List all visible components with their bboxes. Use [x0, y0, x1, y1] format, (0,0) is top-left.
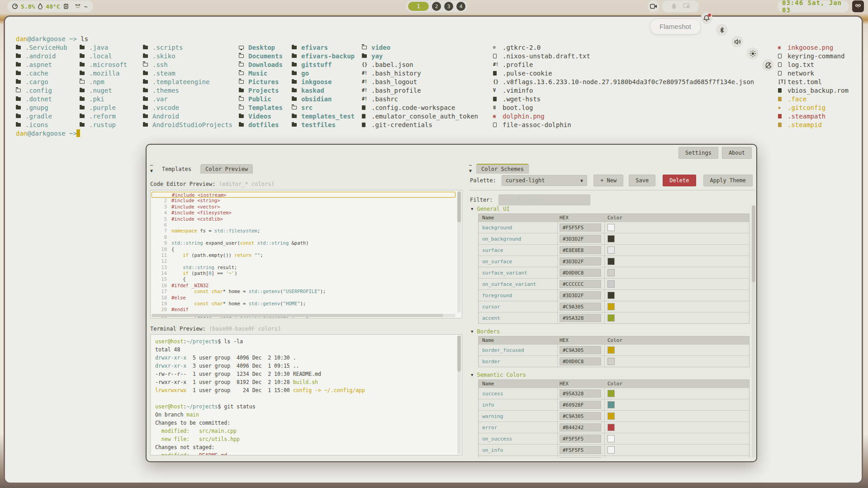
doc-icon — [778, 88, 785, 93]
color-swatch[interactable] — [607, 435, 615, 442]
directory-entry: kaskad — [292, 86, 324, 95]
palette-select[interactable]: cursed-light ▼ — [502, 175, 587, 186]
hex-input[interactable]: #3D3D2F — [560, 291, 601, 299]
collapse-icon[interactable]: ▼ — [469, 165, 472, 172]
tab-color-preview[interactable]: Color Preview — [200, 164, 253, 174]
code-line: 10{ — [152, 246, 455, 252]
settings-button[interactable]: Settings — [678, 147, 718, 159]
folder-icon — [80, 46, 86, 49]
entry-label: src — [301, 104, 313, 111]
hex-input[interactable]: #95A328 — [560, 389, 601, 398]
tab-color-schemes[interactable]: Color Schemes — [476, 164, 529, 174]
directory-entry: Videos — [239, 112, 271, 120]
directory-entry: Public — [239, 95, 271, 103]
section-header[interactable]: ▼Borders — [471, 328, 754, 335]
right-panel-scrollbar[interactable] — [752, 205, 755, 458]
code-line: 12 — [152, 258, 455, 264]
collapse-icon[interactable]: ▼ — [150, 165, 153, 172]
section-header[interactable]: ▼General UI — [471, 205, 754, 213]
folder-icon — [16, 63, 23, 66]
hex-input[interactable]: #D0D0C8 — [560, 269, 601, 277]
entry-label: .gradle — [25, 113, 52, 120]
right-tab-bar: ▼ Color Schemes — [469, 163, 529, 174]
directory-entry: .steam — [143, 69, 175, 77]
color-swatch[interactable] — [607, 292, 615, 299]
folder-icon — [143, 89, 150, 92]
terminal-preview-scrollbar[interactable] — [457, 336, 461, 454]
tab-templates[interactable]: Templates — [157, 165, 196, 174]
entry-label: .microsoft — [89, 61, 127, 68]
directory-entry: efivars-backup — [292, 52, 355, 60]
entry-label: .steampid — [787, 121, 822, 128]
hex-input[interactable]: #D0D0C8 — [560, 357, 601, 365]
apply-theme-button[interactable]: Apply Theme — [703, 175, 753, 186]
entry-label: .config — [25, 87, 52, 94]
directory-entry: templates_test — [292, 112, 355, 120]
hex-input[interactable]: #95A328 — [560, 314, 601, 322]
color-swatch[interactable] — [607, 303, 615, 310]
entry-label: .gtkrc-2.0 — [503, 44, 541, 51]
save-button[interactable]: Save — [629, 175, 655, 186]
hex-input[interactable]: #F5F5F5 — [560, 223, 601, 232]
hex-input[interactable]: #CCCCCC — [560, 280, 601, 288]
about-button[interactable]: About — [722, 147, 752, 159]
color-swatch[interactable] — [607, 246, 615, 254]
hex-input[interactable]: #3D3D2F — [560, 235, 601, 243]
file-entry: {}.babel.json — [362, 60, 413, 69]
filter-input[interactable] — [498, 194, 590, 205]
editor-vertical-scrollbar[interactable] — [457, 191, 461, 313]
color-swatch[interactable] — [607, 235, 615, 242]
filter-label: Filter: — [470, 197, 493, 203]
color-swatch[interactable] — [607, 358, 615, 365]
color-swatch[interactable] — [607, 269, 615, 276]
hex-input[interactable]: #F5F5F5 — [560, 457, 601, 458]
code-line: 14 if (path[0] == '~') — [152, 270, 455, 276]
column-header: HEX — [558, 214, 605, 222]
hex-input[interactable]: #E8E8E8 — [560, 246, 601, 254]
color-swatch[interactable] — [607, 258, 615, 265]
entry-label: inkgoose — [301, 78, 332, 85]
color-swatch[interactable] — [607, 314, 615, 322]
color-swatch[interactable] — [607, 224, 615, 231]
toml-icon: [T] — [778, 79, 785, 84]
code-editor-preview[interactable]: #include <iostream>2#include <string>3#i… — [150, 190, 462, 318]
hex-input[interactable]: #B44242 — [560, 423, 601, 431]
new-palette-button[interactable]: + New — [593, 175, 623, 186]
color-swatch[interactable] — [607, 346, 615, 354]
folder-icon — [16, 97, 23, 101]
entry-label: .icons — [25, 121, 48, 128]
editor-preview-hint: (editor_* colors) — [219, 181, 275, 187]
hex-input[interactable]: #C9A305 — [560, 346, 601, 354]
delete-button[interactable]: Delete — [663, 175, 696, 186]
shell-prompt-current[interactable]: dan@darkgoose ~> — [16, 129, 81, 137]
hex-input[interactable]: #C9A305 — [560, 303, 601, 311]
code-line: 11 if (path.empty()) return ""; — [152, 252, 455, 258]
terminal-preview-line: new file: src/utils.hpp — [155, 435, 455, 443]
directory-entry: .gradle — [16, 112, 52, 120]
entry-label: .skiko — [152, 52, 175, 60]
directory-entry: .cache — [16, 69, 48, 77]
code-line: 9std::string expand_user(const std::stri… — [152, 240, 455, 246]
directory-entry: .dotnet — [16, 95, 52, 103]
file-entry: #!.bash_history — [362, 69, 421, 77]
folder-icon — [143, 123, 150, 127]
terminal-cursor — [76, 129, 80, 137]
hex-input[interactable]: #F5F5F5 — [560, 446, 601, 454]
section-header[interactable]: ▼Semantic Colors — [471, 371, 754, 379]
color-swatch[interactable] — [607, 412, 615, 420]
editor-horizontal-scrollbar[interactable] — [152, 314, 455, 317]
color-swatch[interactable] — [607, 280, 615, 288]
entry-label: yay — [371, 52, 383, 60]
hex-input[interactable]: #60928F — [560, 401, 601, 409]
terminal-preview[interactable]: user@host:~/projects$ ls -latotal 48drwx… — [150, 334, 462, 455]
color-swatch[interactable] — [607, 424, 615, 431]
hex-input[interactable]: #C9A305 — [560, 412, 601, 420]
color-swatch[interactable] — [607, 390, 615, 397]
color-swatch[interactable] — [607, 401, 615, 408]
hex-input[interactable]: #F5F5F5 — [560, 435, 601, 443]
doc-icon — [362, 105, 369, 110]
color-swatch[interactable] — [607, 446, 615, 454]
hex-input[interactable]: #3D3D2F — [560, 257, 601, 265]
color-row: error#B44242 — [479, 422, 749, 433]
color-tables-scroll-area[interactable]: ▼General UINameHEXColorbackground#F5F5F5… — [470, 205, 754, 458]
